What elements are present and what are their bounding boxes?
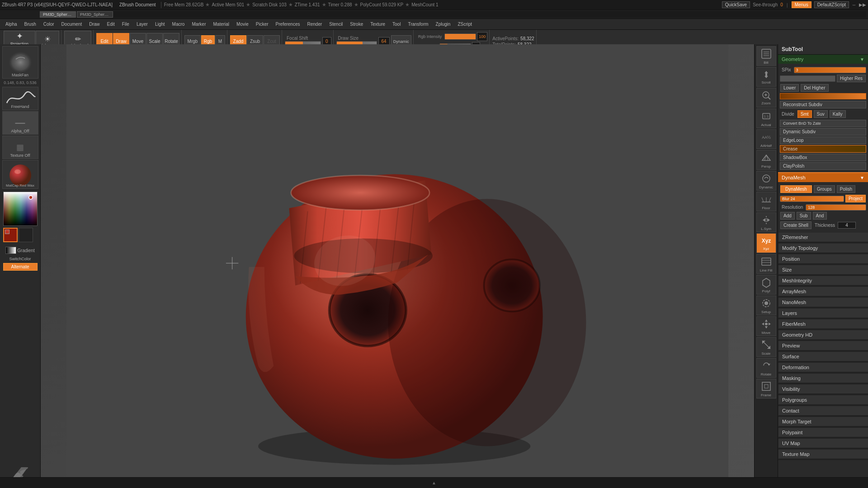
side-tool-line-fill[interactable]: Line Fill	[756, 254, 776, 274]
visibility-button[interactable]: Visibility	[778, 385, 868, 394]
side-tool-bill[interactable]: Bill	[756, 46, 776, 66]
mesh-integrity-button[interactable]: MeshIntegrity	[778, 276, 868, 286]
blur-slider[interactable]: Blur 24	[780, 196, 844, 202]
pm3d-tab-1[interactable]: PM3D_Sphere3D_1	[40, 11, 76, 18]
alpha-preview[interactable]: — Alpha_Off	[2, 111, 38, 135]
array-mesh-button[interactable]: ArrayMesh	[778, 287, 868, 296]
canvas-inner[interactable]	[41, 44, 754, 477]
brush-preview[interactable]: MaskFan	[2, 46, 38, 79]
crease-button[interactable]: Crease	[780, 145, 866, 153]
menu-texture[interactable]: Texture	[368, 21, 388, 28]
side-tool-floor[interactable]: Floor	[756, 192, 776, 211]
convert-bnd-button[interactable]: Convert BnD To Zate	[780, 120, 866, 127]
uv-map-button[interactable]: UV Map	[778, 439, 868, 448]
texture-preview[interactable]: ▦ Texture Off	[2, 136, 38, 159]
del-higher-button[interactable]: Del Higher	[801, 84, 828, 92]
menu-marker[interactable]: Marker	[189, 21, 208, 28]
kally-button[interactable]: Kally	[830, 110, 846, 118]
menu-render[interactable]: Render	[305, 21, 325, 28]
alternate-button[interactable]: Alternate	[3, 263, 38, 271]
reconstruct-subdiv-button[interactable]: Reconstruct Subdiv	[780, 101, 866, 108]
menu-movie[interactable]: Movie	[234, 21, 251, 28]
menu-preferences[interactable]: Preferences	[273, 21, 303, 28]
side-tool-rotate[interactable]: Rotate	[756, 358, 776, 378]
add-button[interactable]: Add	[780, 212, 795, 220]
primary-color-swatch[interactable]	[3, 228, 18, 242]
rgb-intensity-value[interactable]: 100	[477, 32, 487, 41]
fiber-mesh-button[interactable]: FiberMesh	[778, 319, 868, 329]
secondary-color-swatch[interactable]	[19, 228, 33, 242]
canvas-area[interactable]	[41, 44, 754, 477]
and-button[interactable]: And	[813, 212, 827, 220]
menu-file[interactable]: File	[119, 21, 132, 28]
menu-transform[interactable]: Transform	[405, 21, 431, 28]
menu-zplugin[interactable]: Zplugin	[433, 21, 453, 28]
menu-picker[interactable]: Picker	[253, 21, 271, 28]
menu-edit[interactable]: Edit	[104, 21, 118, 28]
geometry-hd-button[interactable]: Geometry HD	[778, 330, 868, 340]
create-shell-button[interactable]: Create Shell	[780, 221, 811, 229]
menu-brush[interactable]: Brush	[22, 21, 39, 28]
quick-save-button[interactable]: QuickSave	[722, 1, 750, 8]
menus-button[interactable]: Menus	[792, 1, 811, 8]
menu-macro[interactable]: Macro	[170, 21, 188, 28]
menu-light[interactable]: Light	[152, 21, 168, 28]
side-tool-aahalf[interactable]: AA½ AAHalf	[756, 129, 776, 149]
subdiv-slider[interactable]	[780, 75, 835, 82]
preview-button[interactable]: Preview	[778, 341, 868, 351]
material-preview[interactable]: MatCap Red Wax	[2, 160, 38, 189]
menu-alpha[interactable]: Alpha	[3, 21, 20, 28]
dynamic-subdiv-button[interactable]: Dynamic Subdiv	[780, 128, 866, 136]
menu-color[interactable]: Color	[41, 21, 57, 28]
switch-color-btn[interactable]: SwitchColor	[9, 256, 31, 261]
side-tool-frame[interactable]: Frame	[756, 379, 776, 399]
side-tool-setup[interactable]: Setup	[756, 296, 776, 315]
pm3d-tab-2[interactable]: PM3D_Sphere3D_2	[77, 11, 113, 18]
nano-mesh-button[interactable]: NanoMesh	[778, 298, 868, 307]
texture-map-button[interactable]: Texture Map	[778, 450, 868, 459]
modify-topology-button[interactable]: Modify Topology	[778, 244, 868, 253]
polygroups-button[interactable]: Polygroups	[778, 395, 868, 405]
polish-button[interactable]: Polish	[837, 185, 855, 193]
freehand-preview[interactable]: FreeHand	[2, 87, 38, 110]
side-tool-actual[interactable]: 1:1 Actual	[756, 108, 776, 128]
morph-target-button[interactable]: Morph Target	[778, 417, 868, 427]
dynamesh-button[interactable]: DynaMesh	[780, 185, 812, 193]
side-tool-move[interactable]: Move	[756, 316, 776, 336]
side-tool-scale[interactable]: Scale	[756, 337, 776, 357]
polypaint-button[interactable]: Polypaint	[778, 428, 868, 437]
side-tool-xyz[interactable]: Xyz Xyz	[756, 233, 776, 253]
resolution-slider[interactable]: 128	[806, 204, 866, 211]
menu-tool[interactable]: Tool	[390, 21, 403, 28]
edgeloop-button[interactable]: EdgeLoop	[780, 136, 866, 144]
menu-draw[interactable]: Draw	[86, 21, 102, 28]
menu-stencil[interactable]: Stencil	[326, 21, 345, 28]
side-tool-polyf[interactable]: Polyf	[756, 275, 776, 295]
thickness-value[interactable]: 4	[838, 222, 856, 229]
menu-zbrush-document[interactable]: ZBrush Document	[117, 1, 158, 8]
side-tool-persp[interactable]: Persp	[756, 150, 776, 170]
higher-res-button[interactable]: Higher Res	[837, 75, 866, 82]
menu-zscript[interactable]: ZScript	[455, 21, 475, 28]
layers-button[interactable]: Layers	[778, 309, 868, 318]
default-zscript-button[interactable]: DefaultZScript	[814, 1, 849, 8]
zremesher-button[interactable]: ZRemesher	[778, 233, 868, 242]
menu-layer[interactable]: Layer	[134, 21, 151, 28]
shadowbox-button[interactable]: ShadowBox	[780, 154, 866, 161]
contact-button[interactable]: Contact	[778, 406, 868, 416]
suv-button[interactable]: Suv	[814, 110, 828, 118]
menu-document[interactable]: Document	[59, 21, 85, 28]
side-tool-scroll[interactable]: Scroll	[756, 67, 776, 87]
sub-button[interactable]: Sub	[797, 212, 811, 220]
rgb-intensity-slider[interactable]	[444, 33, 476, 40]
color-picker[interactable]	[3, 192, 38, 226]
geometry-section-header[interactable]: Geometry ▼	[778, 55, 868, 64]
model-viewport[interactable]	[41, 44, 754, 477]
menu-material[interactable]: Material	[211, 21, 232, 28]
spix-slider[interactable]: 3	[794, 67, 866, 73]
side-tool-dynamic[interactable]: Dynamic	[756, 171, 776, 191]
crease-slider[interactable]	[780, 93, 866, 99]
claypolish-button[interactable]: ClayPolish	[780, 162, 866, 170]
surface-button[interactable]: Surface	[778, 352, 868, 361]
size-button[interactable]: Size	[778, 265, 868, 275]
